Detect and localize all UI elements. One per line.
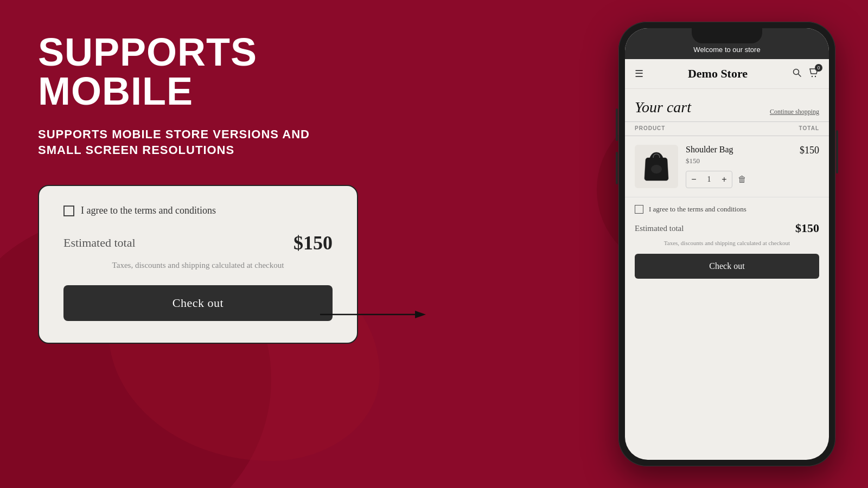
phone-mockup: Welcome to our store ☰ Demo Store — [618, 22, 835, 466]
nav-icons: 0 — [792, 67, 819, 81]
svg-point-6 — [651, 165, 662, 174]
phone-button-left-1 — [616, 108, 618, 141]
estimated-label: Estimated total — [635, 224, 684, 233]
main-title: SUPPORTS MOBILE — [38, 33, 418, 111]
phone-checkout-button[interactable]: Check out — [635, 254, 819, 279]
left-content: SUPPORTS MOBILE SUPPORTS MOBILE STORE VE… — [38, 33, 418, 344]
card-terms-row: I agree to the terms and conditions — [63, 205, 333, 216]
delete-icon[interactable]: 🗑 — [738, 175, 746, 184]
col-product: PRODUCT — [635, 125, 665, 131]
store-name: Demo Store — [688, 67, 748, 81]
card-terms-checkbox[interactable] — [63, 206, 74, 216]
col-total: TOTAL — [799, 125, 819, 131]
phone-navbar: ☰ Demo Store — [625, 59, 829, 89]
qty-value: 1 — [701, 175, 717, 184]
svg-line-3 — [798, 74, 801, 76]
qty-increase-button[interactable]: + — [717, 171, 732, 188]
qty-decrease-button[interactable]: − — [686, 171, 701, 188]
phone-screen: Welcome to our store ☰ Demo Store — [625, 28, 829, 460]
qty-row: − 1 + 🗑 — [686, 171, 792, 188]
terms-row: I agree to the terms and conditions — [635, 205, 819, 214]
product-price-small: $150 — [686, 157, 792, 165]
continue-shopping-link[interactable]: Continue shopping — [770, 108, 819, 116]
hamburger-icon[interactable]: ☰ — [635, 69, 643, 79]
table-header: PRODUCT TOTAL — [625, 121, 829, 136]
subtitle: SUPPORTS MOBILE STORE VERSIONS AND SMALL… — [38, 127, 418, 158]
phone-button-left-2 — [616, 152, 618, 184]
product-name: Shoulder Bag — [686, 145, 792, 155]
preview-card: I agree to the terms and conditions Esti… — [38, 185, 358, 344]
search-icon[interactable] — [792, 68, 802, 80]
svg-point-4 — [812, 75, 813, 76]
card-estimated-label: Estimated total — [63, 236, 136, 250]
card-terms-label: I agree to the terms and conditions — [81, 205, 216, 216]
cart-header: Your cart Continue shopping — [625, 89, 829, 121]
svg-point-5 — [815, 75, 816, 76]
phone-notch — [692, 28, 762, 43]
terms-label: I agree to the terms and conditions — [649, 205, 746, 214]
cart-title: Your cart — [635, 99, 691, 116]
product-row: Shoulder Bag $150 − 1 + 🗑 $150 — [625, 136, 829, 197]
card-checkout-button[interactable]: Check out — [63, 285, 333, 321]
cart-badge: 0 — [815, 64, 822, 72]
product-details: Shoulder Bag $150 − 1 + 🗑 — [686, 145, 792, 188]
product-total: $150 — [800, 145, 819, 156]
tax-note: Taxes, discounts and shipping calculated… — [635, 240, 819, 246]
estimated-amount: $150 — [795, 221, 819, 235]
phone-screen-area: Welcome to our store ☰ Demo Store — [625, 28, 829, 460]
estimated-row: Estimated total $150 — [635, 221, 819, 235]
phone-outer: Welcome to our store ☰ Demo Store — [618, 22, 835, 466]
terms-checkbox[interactable] — [635, 205, 643, 214]
phone-button-right — [836, 130, 838, 174]
cart-icon[interactable]: 0 — [808, 67, 819, 81]
card-tax-note: Taxes, discounts and shipping calculated… — [63, 261, 333, 270]
card-total-row: Estimated total $150 — [63, 232, 333, 254]
status-bar-text: Welcome to our store — [693, 46, 760, 54]
card-estimated-amount: $150 — [293, 232, 333, 254]
product-image — [635, 145, 678, 188]
phone-footer: I agree to the terms and conditions Esti… — [625, 197, 829, 286]
qty-stepper: − 1 + — [686, 171, 732, 188]
